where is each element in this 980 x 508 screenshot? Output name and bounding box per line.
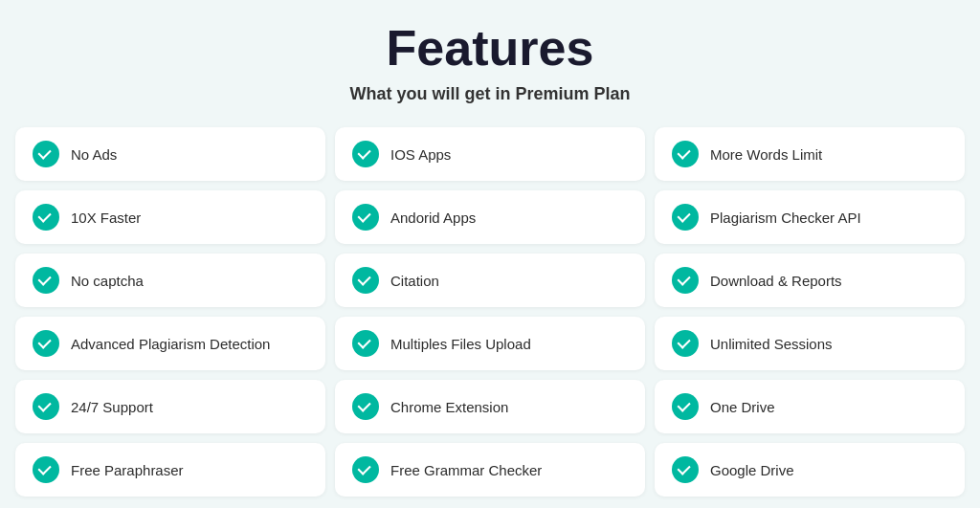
checkmark-icon-multiples-files-upload: [352, 330, 379, 357]
feature-label-download-reports: Download & Reports: [710, 273, 842, 289]
feature-label-advanced-plagiarism: Advanced Plagiarism Detection: [71, 336, 270, 352]
feature-label-unlimited-sessions: Unlimited Sessions: [710, 336, 833, 352]
page-title: Features: [15, 19, 965, 77]
checkmark-icon-247-support: [33, 393, 59, 420]
checkmark-icon-google-drive: [672, 456, 699, 483]
checkmark-icon-one-drive: [672, 393, 699, 420]
feature-label-chrome-extension: Chrome Extension: [390, 399, 508, 415]
feature-label-247-support: 24/7 Support: [71, 399, 153, 415]
feature-label-multiples-files-upload: Multiples Files Upload: [390, 336, 531, 352]
feature-label-no-captcha: No captcha: [71, 273, 144, 289]
feature-item-free-paraphraser: Free Paraphraser: [15, 443, 325, 497]
checkmark-icon-no-captcha: [33, 267, 59, 294]
feature-label-more-words-limit: More Words Limit: [710, 146, 822, 163]
feature-item-more-words-limit: More Words Limit: [655, 127, 965, 181]
feature-label-ios-apps: IOS Apps: [390, 146, 451, 163]
checkmark-icon-citation: [352, 267, 379, 294]
checkmark-icon-unlimited-sessions: [672, 330, 699, 357]
feature-item-one-drive: One Drive: [655, 380, 965, 433]
feature-item-plagiarism-checker-api: Plagiarism Checker API: [655, 190, 965, 244]
checkmark-icon-ios-apps: [352, 141, 379, 167]
feature-item-free-grammar-checker: Free Grammar Checker: [335, 443, 645, 497]
checkmark-icon-plagiarism-checker-api: [672, 204, 699, 231]
page-subtitle: What you will get in Premium Plan: [15, 84, 965, 104]
feature-item-247-support: 24/7 Support: [15, 380, 325, 433]
checkmark-icon-more-words-limit: [672, 141, 699, 167]
checkmark-icon-10x-faster: [33, 204, 59, 231]
feature-label-free-paraphraser: Free Paraphraser: [71, 462, 184, 478]
checkmark-icon-advanced-plagiarism: [33, 330, 59, 357]
feature-label-plagiarism-checker-api: Plagiarism Checker API: [710, 210, 861, 226]
feature-item-download-reports: Download & Reports: [655, 254, 965, 307]
features-grid: No AdsIOS AppsMore Words Limit10X Faster…: [15, 127, 965, 497]
feature-item-chrome-extension: Chrome Extension: [335, 380, 645, 433]
feature-item-unlimited-sessions: Unlimited Sessions: [655, 317, 965, 370]
feature-item-multiples-files-upload: Multiples Files Upload: [335, 317, 645, 370]
page-container: Features What you will get in Premium Pl…: [15, 19, 965, 497]
checkmark-icon-download-reports: [672, 267, 699, 294]
feature-label-android-apps: Andorid Apps: [390, 210, 476, 226]
checkmark-icon-chrome-extension: [352, 393, 379, 420]
feature-item-citation: Citation: [335, 254, 645, 307]
feature-item-android-apps: Andorid Apps: [335, 190, 645, 244]
feature-item-10x-faster: 10X Faster: [15, 190, 325, 244]
feature-label-free-grammar-checker: Free Grammar Checker: [390, 462, 542, 478]
feature-item-no-captcha: No captcha: [15, 254, 325, 307]
feature-item-no-ads: No Ads: [15, 127, 325, 181]
feature-label-no-ads: No Ads: [71, 146, 117, 163]
feature-label-one-drive: One Drive: [710, 399, 775, 415]
feature-label-10x-faster: 10X Faster: [71, 210, 141, 226]
feature-label-citation: Citation: [390, 273, 439, 289]
checkmark-icon-free-grammar-checker: [352, 456, 379, 483]
feature-item-google-drive: Google Drive: [655, 443, 965, 497]
checkmark-icon-no-ads: [33, 141, 59, 167]
feature-item-ios-apps: IOS Apps: [335, 127, 645, 181]
checkmark-icon-android-apps: [352, 204, 379, 231]
feature-label-google-drive: Google Drive: [710, 462, 794, 478]
checkmark-icon-free-paraphraser: [33, 456, 59, 483]
feature-item-advanced-plagiarism: Advanced Plagiarism Detection: [15, 317, 325, 370]
